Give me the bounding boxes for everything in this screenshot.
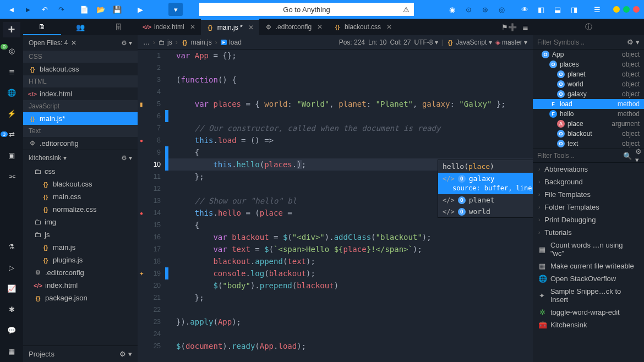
tab-close-icon[interactable]: ✕ [190,23,195,31]
nav-fwd-button[interactable]: ► [21,3,35,16]
record-button[interactable]: ◉ [445,3,459,16]
tab-files-icon[interactable]: 🗎 [23,19,61,35]
run-button[interactable]: ▶ [133,3,148,16]
open-file-text[interactable]: ⚙.editorconfig [23,137,138,150]
symbol-row[interactable]: Floadmethod [533,99,644,109]
symbol-row[interactable]: Oworldobject [533,79,644,89]
layout-left-icon[interactable]: ◧ [534,3,548,16]
star-icon[interactable]: ✱ [3,301,20,317]
layout-bottom-icon[interactable]: ⬓ [550,3,565,16]
nav-back-button[interactable]: ◄ [4,3,19,16]
macro-save-icon[interactable]: ◎ [494,3,509,16]
file-index-html[interactable]: </>index.html [23,279,138,292]
tool-category[interactable]: ›File Templates [533,188,644,201]
file-editorconfig[interactable]: ⚙.editorconfig [23,266,138,279]
symbol-row[interactable]: Oplacesobject [533,59,644,69]
list-icon[interactable]: ≣ [3,64,20,79]
file-plugins-js[interactable]: {}plugins.js [23,254,138,266]
terminal-icon[interactable]: ▷ [3,260,20,275]
maximize-button[interactable] [623,6,630,13]
symbol-row[interactable]: Oblackoutobject [533,129,644,139]
autocomplete-item[interactable]: </>Oplanetobject [438,194,533,206]
folder-js[interactable]: 🗀 js [23,228,138,241]
symbol-row[interactable]: Fhellomethod [533,109,644,119]
undo-button[interactable]: ↶ [37,3,52,16]
tab-close-icon[interactable]: ✕ [317,23,323,31]
save-button[interactable]: 💾 [110,3,124,16]
share-icon[interactable]: ⫘ [3,168,20,184]
dropdown-toggle[interactable]: ▾ [168,3,183,16]
branch-select[interactable]: ◈ master ▾ [495,39,527,46]
open-file-html[interactable]: </>index.html [23,87,138,100]
editor-tab[interactable]: </>index.html✕ [138,19,201,35]
layout-right-icon[interactable]: ◨ [567,3,581,16]
tool-item[interactable]: ✲toggle-word-wrap-edit [533,306,644,319]
minimize-button[interactable] [613,6,620,13]
projects-footer[interactable]: Projects ⚙ ▾ [23,345,138,362]
tool-category[interactable]: ›Background [533,175,644,188]
tab-info-icon[interactable]: ⓘ [533,19,644,35]
editor-tab[interactable]: ⚙.editorconfig✕ [259,19,328,35]
tool-item[interactable]: 🧰Kitchensink [533,319,644,331]
eye-icon[interactable]: 👁 [517,3,532,16]
symbol-row[interactable]: Otextobject [533,139,644,149]
tool-item[interactable]: ✦Sample Snippe…ck to Insert [533,285,644,306]
tool-category[interactable]: ›Print Debugging [533,213,644,226]
folder-css[interactable]: 🗀 css [23,165,138,178]
open-file-js[interactable]: {}main.js* [23,112,138,125]
file-normalize-css[interactable]: {}normalize.css [23,203,138,216]
gear-icon[interactable]: ⚙ ▾ [627,38,640,46]
tab-db-icon[interactable]: 🗄 [100,19,138,35]
close-icon[interactable]: ✕ [71,39,77,47]
file-main-js[interactable]: {}main.js [23,241,138,254]
tool-category[interactable]: ›Tutorials [533,226,644,239]
gear-icon[interactable]: ⚙ ▾ [121,154,132,162]
gear-icon[interactable]: ⚙ ▾ [121,39,132,47]
tool-item[interactable]: ▦Make current file writeable [533,260,644,272]
gear-icon[interactable]: ⚙ ▾ [119,350,132,358]
language-select[interactable]: {} JavaScript ▾ [446,39,492,46]
tab-close-icon[interactable]: ✕ [248,24,254,31]
file-package-json[interactable]: {}package.json [23,292,138,304]
autocomplete-item[interactable]: </>Oworldobject [438,206,533,217]
tool-item[interactable]: 🌐Open StackOverflow [533,272,644,285]
grid-icon[interactable]: ▦ [3,343,20,359]
encoding-select[interactable]: UTF-8 ▾ [414,39,438,46]
open-button[interactable]: 📂 [94,3,108,16]
breadcrumb-dots[interactable]: … [143,39,150,46]
symbol-row[interactable]: Ogalaxyobject [533,89,644,99]
editor-tab[interactable]: {}blackout.css✕ [328,19,397,35]
globe-icon[interactable]: 🌐 [3,85,20,100]
close-button[interactable] [633,6,640,13]
bolt-icon[interactable]: ⚡ [3,106,20,121]
tool-item[interactable]: ▦Count words …n using "wc" [533,239,644,260]
breadcrumb-symbol[interactable]: F load [221,39,242,46]
autocomplete-item[interactable]: </>Ogalaxyobject [438,173,533,184]
flask-icon[interactable]: ⚗ [3,239,20,254]
symbol-row[interactable]: OAppobject [533,50,644,59]
gear-icon[interactable]: ⚙ ▾ [635,147,642,164]
chat-icon[interactable]: 💬 [3,322,20,338]
file-blackout-css[interactable]: {}blackout.css [23,178,138,190]
changes-icon[interactable]: ⇄3 [3,127,20,142]
search-icon[interactable]: 🔍 [623,152,632,160]
folder-img[interactable]: 🗀 img [23,216,138,228]
chart-icon[interactable]: 📈 [3,281,20,296]
redo-button[interactable]: ↷ [54,3,68,16]
target-icon[interactable]: ◎0 [3,43,20,58]
flag-icon[interactable]: ⚑➕ [501,23,517,31]
menu-icon[interactable]: ☰ [590,3,604,16]
tab-close-icon[interactable]: ✕ [386,23,392,31]
file-main-css[interactable]: {}main.css [23,190,138,203]
editor-tab[interactable]: {}main.js *✕ [201,19,259,35]
symbol-row[interactable]: Oplanetobject [533,69,644,79]
goto-anything-input[interactable]: Go to Anything ⚠ [199,3,414,16]
symbols-filter-input[interactable] [537,39,624,46]
rect-icon[interactable]: ▣ [3,147,20,163]
macro-run-icon[interactable]: ⊛ [478,3,492,16]
code-editor[interactable]: ▮●●✦ 12345678910111213141516171819202122… [138,50,533,362]
breadcrumb-folder[interactable]: 🗀 js [159,39,172,46]
symbol-row[interactable]: Aplaceargument [533,119,644,129]
breadcrumb-file[interactable]: {} main.js [181,39,212,46]
new-tab-button[interactable]: + [3,22,20,37]
